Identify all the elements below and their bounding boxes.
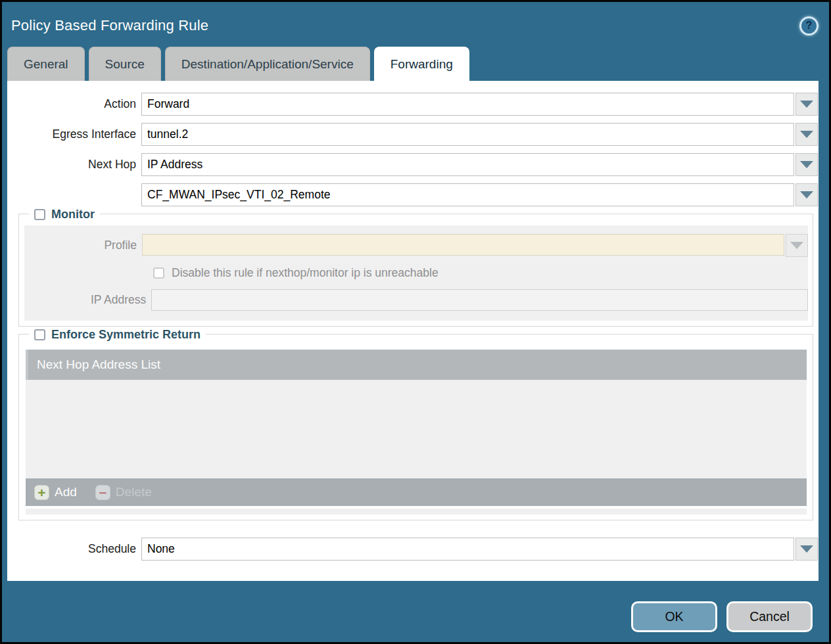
tab-general-label: General — [24, 57, 68, 72]
dialog-action-bar: OK Cancel — [631, 601, 813, 632]
profile-dropdown-button — [786, 234, 808, 257]
pbf-rule-dialog: Policy Based Forwarding Rule ? General S… — [0, 0, 831, 644]
schedule-input[interactable] — [141, 538, 794, 561]
monitor-ip-label: IP Address — [24, 293, 146, 307]
ok-button[interactable]: OK — [631, 601, 717, 632]
delete-button-label: Delete — [116, 485, 152, 499]
chevron-down-icon — [800, 131, 813, 138]
enforce-symmetric-return-legend-label: Enforce Symmetric Return — [51, 328, 201, 342]
disable-rule-row: Disable this rule if nexthop/monitor ip … — [153, 266, 808, 280]
action-input[interactable] — [141, 93, 794, 116]
tab-source-label: Source — [105, 57, 145, 72]
next-hop-address-list-body[interactable] — [26, 380, 807, 478]
chevron-down-icon — [790, 242, 803, 249]
schedule-dropdown-button[interactable] — [795, 538, 818, 561]
action-label: Action — [7, 97, 136, 111]
monitor-panel: Profile Disable this rule if nexthop/mon… — [24, 225, 808, 321]
tab-bar: General Source Destination/Application/S… — [7, 47, 819, 81]
egress-interface-label: Egress Interface — [7, 127, 136, 141]
enforce-symmetric-return-checkbox[interactable] — [34, 329, 45, 340]
help-glyph: ? — [806, 20, 813, 32]
profile-row: Profile — [24, 234, 808, 257]
next-hop-address-dropdown-button[interactable] — [795, 183, 818, 206]
action-dropdown-button[interactable] — [795, 93, 818, 116]
egress-interface-combo — [141, 123, 818, 146]
action-combo — [141, 93, 818, 116]
minus-icon: − — [95, 485, 110, 500]
chevron-down-icon — [800, 101, 813, 108]
next-hop-address-row — [7, 183, 819, 206]
next-hop-dropdown-button[interactable] — [795, 153, 818, 176]
delete-button: − Delete — [95, 485, 152, 500]
next-hop-address-list-footer: + Add − Delete — [26, 478, 807, 506]
monitor-legend: Monitor — [29, 208, 100, 221]
disable-rule-checkbox — [153, 267, 164, 279]
action-row: Action — [7, 93, 819, 116]
add-button[interactable]: + Add — [34, 485, 77, 500]
dialog-title: Policy Based Forwarding Rule — [11, 17, 208, 34]
next-hop-type-input[interactable] — [141, 153, 794, 176]
chevron-down-icon — [800, 191, 813, 198]
disable-rule-label: Disable this rule if nexthop/monitor ip … — [172, 266, 439, 280]
enforce-symmetric-return-group: Enforce Symmetric Return Next Hop Addres… — [18, 334, 813, 520]
next-hop-combo — [141, 153, 818, 176]
next-hop-address-list-table: Next Hop Address List + Add − Delete — [26, 350, 807, 515]
tab-destination-application-service[interactable]: Destination/Application/Service — [165, 47, 370, 81]
chevron-down-icon — [800, 161, 813, 168]
chevron-down-icon — [800, 545, 813, 553]
profile-input — [142, 234, 784, 256]
next-hop-address-list-header: Next Hop Address List — [26, 350, 807, 380]
monitor-group: Monitor Profile Disable this rule if nex… — [18, 214, 813, 327]
dialog-titlebar: Policy Based Forwarding Rule ? — [2, 2, 829, 45]
schedule-combo — [141, 538, 818, 561]
schedule-label: Schedule — [7, 542, 136, 556]
next-hop-label: Next Hop — [7, 158, 136, 172]
next-hop-address-input[interactable] — [141, 183, 794, 206]
tab-general[interactable]: General — [7, 47, 85, 81]
table-bottom-strip — [26, 509, 807, 515]
forwarding-tab-panel: Action Egress Interface Next Hop — [7, 81, 819, 581]
monitor-ip-input — [151, 289, 808, 311]
schedule-row: Schedule — [7, 538, 819, 561]
tab-forwarding-label: Forwarding — [391, 57, 453, 72]
help-icon[interactable]: ? — [799, 16, 819, 35]
plus-icon: + — [34, 485, 49, 500]
tab-forwarding[interactable]: Forwarding — [374, 47, 469, 81]
next-hop-row: Next Hop — [7, 153, 819, 176]
egress-interface-input[interactable] — [141, 123, 794, 146]
profile-label: Profile — [24, 239, 137, 252]
enforce-symmetric-return-legend: Enforce Symmetric Return — [29, 328, 206, 342]
tab-source[interactable]: Source — [89, 47, 161, 81]
monitor-legend-label: Monitor — [51, 208, 95, 221]
next-hop-address-list-header-label: Next Hop Address List — [37, 357, 160, 372]
add-button-label: Add — [55, 485, 77, 499]
egress-interface-row: Egress Interface — [7, 123, 819, 146]
next-hop-address-combo — [141, 183, 818, 206]
tab-destination-application-service-label: Destination/Application/Service — [181, 57, 354, 72]
profile-combo — [142, 234, 808, 257]
monitor-ip-row: IP Address — [24, 289, 808, 311]
monitor-checkbox[interactable] — [34, 209, 45, 220]
cancel-button[interactable]: Cancel — [726, 601, 813, 632]
egress-interface-dropdown-button[interactable] — [795, 123, 818, 146]
